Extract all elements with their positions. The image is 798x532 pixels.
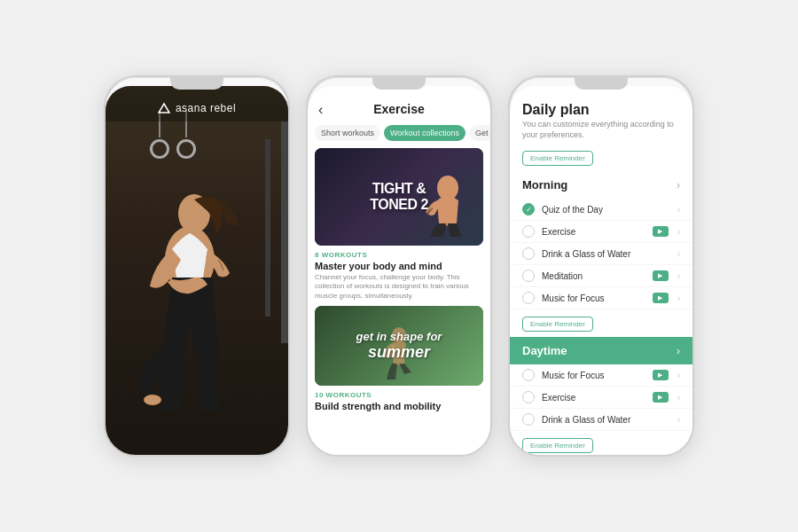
daytime-chevron-icon: ›	[677, 345, 680, 357]
morning-music-item-arrow: ›	[677, 293, 680, 303]
daytime-water-check-icon	[522, 413, 535, 426]
svg-point-3	[144, 395, 161, 405]
workout-count-2: 10 WORKOUTS	[315, 391, 483, 399]
meditation-item-arrow: ›	[677, 271, 680, 281]
daytime-item-water[interactable]: Drink a Glass of Water ›	[510, 409, 692, 431]
workout-count-1: 8 WORKOUTS	[315, 251, 483, 259]
svg-marker-0	[159, 104, 169, 113]
morning-item-music[interactable]: Music for Focus ▶ ›	[510, 287, 692, 309]
music-check-icon	[522, 292, 535, 304]
daytime-enable-reminder[interactable]: Enable Reminder	[522, 317, 593, 332]
quiz-item-arrow: ›	[677, 205, 680, 215]
daytime-music-arrow: ›	[677, 371, 680, 380]
workout-image-summer: get in shape forsummer	[315, 306, 483, 386]
meditation-item-label: Meditation	[542, 271, 645, 281]
daily-plan-header: Daily plan You can customize everything …	[510, 86, 692, 145]
filter-tabs: Short workouts Workout collections Get i…	[308, 121, 490, 145]
exercise-check-icon	[522, 225, 535, 238]
phone1-background: asana rebel	[106, 86, 288, 455]
exercise-badge-icon: ▶	[658, 228, 662, 235]
music-badge-icon: ▶	[658, 294, 662, 301]
morning-item-meditation[interactable]: Meditation ▶ ›	[510, 265, 692, 287]
athlete-figure	[119, 153, 278, 446]
exercise-item-arrow: ›	[677, 227, 680, 237]
daytime-water-item-label: Drink a Glass of Water	[542, 415, 669, 425]
evening-enable-reminder-container: Enable Reminder	[510, 431, 692, 455]
morning-enable-reminder-container: Enable Reminder	[510, 145, 692, 171]
phone-2-screen: ‹ Exercise Short workouts Workout collec…	[308, 86, 490, 455]
daytime-water-arrow: ›	[677, 415, 680, 425]
workout-desc-1: Channel your focus, challenge your body.…	[315, 273, 483, 301]
phone-notch-2	[372, 77, 426, 90]
daytime-section-title: Daytime	[522, 344, 567, 357]
daytime-exercise-check-icon	[522, 391, 535, 403]
tab-get-in-shape[interactable]: Get in shape	[469, 125, 490, 141]
workout-card-1-info: 8 WORKOUTS Master your body and mind Cha…	[315, 246, 483, 302]
daytime-music-badge-icon: ▶	[658, 372, 662, 379]
exercise-screen: ‹ Exercise Short workouts Workout collec…	[308, 86, 490, 455]
daily-plan-content: Enable Reminder Morning › ✓ Quiz of the …	[510, 145, 692, 455]
phone-notch-1	[170, 77, 223, 90]
water-item-arrow: ›	[677, 249, 680, 259]
morning-item-quiz[interactable]: ✓ Quiz of the Day ›	[510, 199, 692, 221]
meditation-badge: ▶	[653, 270, 669, 281]
daytime-enable-reminder-container: Enable Reminder	[510, 309, 692, 337]
music-badge: ▶	[653, 293, 669, 303]
tight-toned-text: TIGHT &TONED 2	[370, 181, 428, 212]
evening-enable-reminder[interactable]: Enable Reminder	[522, 438, 593, 453]
tab-workout-collections[interactable]: Workout collections	[384, 125, 466, 141]
daytime-exercise-badge: ▶	[653, 392, 669, 403]
brand-name: asana rebel	[176, 102, 236, 114]
workout-card-1[interactable]: TIGHT &TONED 2 8 WORKOUTS Master your bo…	[315, 148, 483, 302]
workout-card-2[interactable]: get in shape forsummer 10 WORKOUTS Build…	[315, 306, 483, 415]
quiz-item-label: Quiz of the Day	[542, 205, 669, 215]
phone-1-screen: asana rebel	[106, 86, 288, 455]
workout-name-1: Master your body and mind	[315, 261, 483, 271]
phone-1: asana rebel	[104, 75, 290, 457]
exercise-topbar: ‹ Exercise	[308, 86, 490, 121]
phone-3: Daily plan You can customize everything …	[508, 75, 694, 457]
daytime-music-check-icon	[522, 369, 535, 381]
daily-plan-subtitle: You can customize everything according t…	[522, 120, 680, 140]
daily-plan-screen: Daily plan You can customize everything …	[510, 86, 692, 455]
exercise-title: Exercise	[373, 102, 425, 116]
phones-container: asana rebel	[104, 75, 694, 457]
gym-vertical-bar-1	[281, 121, 288, 343]
exercise-item-label: Exercise	[542, 227, 645, 237]
workout-name-2: Build strength and mobility	[315, 401, 483, 411]
meditation-badge-icon: ▶	[658, 272, 662, 279]
morning-section-title: Morning	[522, 178, 567, 192]
daytime-item-music[interactable]: Music for Focus ▶ ›	[510, 364, 692, 387]
phone-3-screen: Daily plan You can customize everything …	[510, 86, 692, 455]
daytime-item-exercise[interactable]: Exercise ▶ ›	[510, 387, 692, 409]
daytime-music-badge: ▶	[653, 370, 669, 380]
summer-text: get in shape forsummer	[356, 330, 442, 363]
morning-item-exercise[interactable]: Exercise ▶ ›	[510, 221, 692, 243]
phone-2: ‹ Exercise Short workouts Workout collec…	[306, 75, 492, 457]
morning-section-header[interactable]: Morning ›	[510, 171, 692, 199]
phone-notch-3	[575, 77, 628, 90]
morning-enable-reminder[interactable]: Enable Reminder	[522, 151, 593, 166]
quiz-check-icon: ✓	[522, 203, 535, 215]
daytime-exercise-item-label: Exercise	[542, 393, 645, 403]
daytime-exercise-badge-icon: ▶	[658, 394, 662, 401]
exercise-badge: ▶	[653, 226, 669, 237]
water-check-icon	[522, 247, 535, 260]
tab-short-workouts[interactable]: Short workouts	[315, 125, 380, 141]
asana-logo-icon	[158, 102, 170, 114]
daytime-exercise-arrow: ›	[677, 393, 680, 403]
daily-plan-title: Daily plan	[522, 102, 680, 118]
back-arrow-icon[interactable]: ‹	[318, 102, 323, 118]
daytime-music-item-label: Music for Focus	[542, 371, 645, 380]
phone1-header: asana rebel	[106, 86, 288, 121]
water-item-label: Drink a Glass of Water	[542, 249, 669, 259]
meditation-check-icon	[522, 270, 535, 282]
morning-chevron-icon: ›	[677, 179, 680, 192]
workout-image-tight-toned: TIGHT &TONED 2	[315, 148, 483, 246]
workout-card-2-info: 10 WORKOUTS Build strength and mobility	[315, 386, 483, 415]
morning-item-water[interactable]: Drink a Glass of Water ›	[510, 243, 692, 265]
morning-music-item-label: Music for Focus	[542, 293, 645, 303]
daytime-section-header[interactable]: Daytime ›	[510, 337, 692, 364]
